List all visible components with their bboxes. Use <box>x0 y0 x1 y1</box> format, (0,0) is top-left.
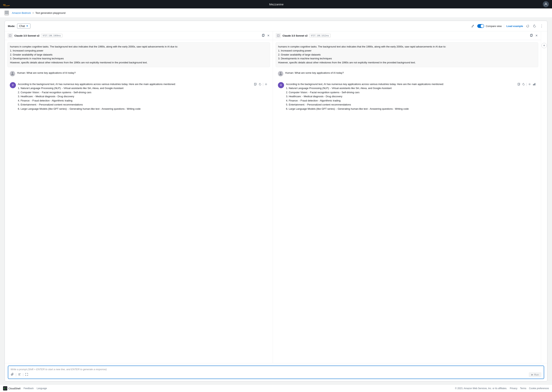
human-message-2: Human: What are some key applications of… <box>276 69 538 78</box>
refresh-button[interactable] <box>532 24 537 28</box>
svg-rect-2 <box>5 11 8 12</box>
svg-point-8 <box>12 72 13 74</box>
model-header-2: Claude 3.5 Sonnet v2 9727, 198, 1012ms ✕ <box>273 31 541 40</box>
playground-container: Mode: Chat ▼ Compare view <box>5 21 547 381</box>
copy-button-1[interactable] <box>262 34 265 38</box>
model-info-1: Claude 3.5 Sonnet v2 9727, 198, 1909ms <box>7 33 63 38</box>
play-icon: ▶ <box>531 373 533 376</box>
close-button-1[interactable]: ✕ <box>267 34 270 38</box>
ai-actions-1 <box>254 83 268 86</box>
menu-button[interactable] <box>5 11 9 15</box>
svg-rect-3 <box>5 13 8 13</box>
ai-avatar-1 <box>10 82 16 88</box>
svg-rect-29 <box>4 387 7 389</box>
privacy-link[interactable]: Privacy <box>510 387 517 390</box>
ai-response-2: According to the background text, AI has… <box>276 80 538 113</box>
ai-settings-button-1[interactable] <box>264 83 268 86</box>
aws-logo: aws <box>3 1 10 8</box>
breadcrumb-current: Text generation playground <box>36 12 65 14</box>
prompt-left-actions <box>11 372 29 377</box>
ai-refresh-button-2[interactable] <box>522 83 525 86</box>
compare-view-label: Compare view <box>486 25 501 28</box>
model-stats-2: 9727, 198, 1012ms <box>309 34 331 37</box>
nav-left: aws <box>3 1 10 8</box>
ai-copy-button-2[interactable] <box>517 83 521 86</box>
feedback-button[interactable]: Feedback <box>24 387 34 390</box>
add-panel-button[interactable]: + <box>541 43 547 48</box>
svg-rect-23 <box>533 84 534 85</box>
wand-icon-button[interactable] <box>470 24 475 28</box>
mode-select[interactable]: Chat ▼ <box>17 24 30 28</box>
toolbar-divider <box>504 24 504 28</box>
more-options-button[interactable]: ⋮ <box>539 23 544 29</box>
close-button-2[interactable]: ✕ <box>535 34 538 38</box>
run-button[interactable]: ▶ Run <box>529 372 541 377</box>
svg-rect-25 <box>535 83 535 85</box>
run-label: Run <box>534 373 539 376</box>
prompt-area: Write a prompt (Shift + ENTER to start a… <box>5 363 547 381</box>
main-content: Mode: Chat ▼ Compare view <box>0 18 552 385</box>
prompt-box[interactable]: Write a prompt (Shift + ENTER to start a… <box>8 366 544 379</box>
terms-link[interactable]: Terms <box>520 387 526 390</box>
model-header-1: Claude 3.5 Sonnet v2 9727, 198, 1909ms ✕ <box>5 31 273 40</box>
ai-message-text-1: humans in complex cognitive tasks. The b… <box>10 45 178 64</box>
ai-refresh-button-1[interactable] <box>258 83 262 86</box>
human-avatar-2 <box>278 71 283 76</box>
footer-right: © 2023, Amazon Web Services, Inc. or its… <box>455 387 549 390</box>
messages-area-1[interactable]: humans in complex cognitive tasks. The b… <box>5 40 273 363</box>
cloudshell-button[interactable]: CloudShell <box>3 386 21 391</box>
load-example-button[interactable]: Load example <box>506 25 523 28</box>
ai-chart-button-2[interactable] <box>532 83 536 86</box>
svg-text:aws: aws <box>3 4 6 5</box>
ai-response-1: According to the background text, AI has… <box>7 80 270 113</box>
svg-rect-4 <box>5 14 8 14</box>
svg-point-17 <box>280 72 281 74</box>
model-icon-2 <box>276 33 281 38</box>
compare-view-toggle[interactable]: Compare view <box>477 24 501 28</box>
footer: CloudShell Feedback Language © 2023, Ama… <box>0 385 552 392</box>
ai-text-1: According to the background text, AI has… <box>18 82 250 111</box>
prompt-divider-2 <box>23 373 23 376</box>
breadcrumb-link[interactable]: Amazon Bedrock <box>12 12 31 14</box>
ai-message-block-1: humans in complex cognitive tasks. The b… <box>7 42 270 67</box>
model-actions-2: ✕ <box>530 34 538 38</box>
human-text-1: Human: What are some key applications of… <box>17 71 76 75</box>
language-button[interactable]: Language <box>37 387 47 390</box>
model-name-1: Claude 3.5 Sonnet v2 <box>14 34 39 37</box>
prompt-placeholder: Write a prompt (Shift + ENTER to start a… <box>11 368 107 371</box>
add-column-area: + <box>541 31 547 363</box>
undo-button[interactable] <box>525 24 530 28</box>
svg-point-22 <box>529 84 530 84</box>
ai-settings-button-2[interactable] <box>528 83 531 86</box>
model-icon-1 <box>7 33 13 38</box>
copy-button-2[interactable] <box>530 34 533 38</box>
footer-copyright: © 2023, Amazon Web Services, Inc. or its… <box>455 387 507 390</box>
cookie-link[interactable]: Cookie preferences <box>529 387 549 390</box>
attachment-button[interactable] <box>11 372 14 377</box>
toolbar-right: Compare view Load example ⋮ <box>470 23 544 29</box>
human-message-1: Human: What are some key applications of… <box>7 69 270 78</box>
ai-actions-2 <box>517 83 536 86</box>
prompt-divider-1 <box>16 373 16 376</box>
messages-area-2[interactable]: humans in complex cognitive tasks. The b… <box>273 40 541 363</box>
toolbar-left: Mode: Chat ▼ <box>8 24 30 28</box>
cloudshell-label: CloudShell <box>8 387 21 390</box>
user-avatar[interactable] <box>543 1 549 7</box>
toggle-switch[interactable] <box>477 24 484 28</box>
chat-area: Claude 3.5 Sonnet v2 9727, 198, 1909ms ✕… <box>5 31 547 363</box>
breadcrumb-bar: Amazon Bedrock > Text generation playgro… <box>0 8 552 18</box>
ai-message-block-2: humans in complex cognitive tasks. The b… <box>276 42 538 67</box>
breadcrumb-separator: > <box>32 12 34 14</box>
cloudshell-icon <box>3 386 7 391</box>
mode-label: Mode: <box>8 25 15 28</box>
top-navigation: aws Mezzanine <box>0 0 552 8</box>
chat-panel-2: Claude 3.5 Sonnet v2 9727, 198, 1012ms ✕… <box>273 31 541 363</box>
expand-button[interactable] <box>25 372 29 377</box>
svg-point-10 <box>13 85 13 86</box>
ai-message-text-2: humans in complex cognitive tasks. The b… <box>278 45 446 64</box>
svg-point-13 <box>266 84 266 84</box>
format-button[interactable] <box>18 372 22 377</box>
human-text-2: Human: What are some key applications of… <box>285 71 344 75</box>
model-info-2: Claude 3.5 Sonnet v2 9727, 198, 1012ms <box>276 33 331 38</box>
ai-copy-button-1[interactable] <box>254 83 257 86</box>
